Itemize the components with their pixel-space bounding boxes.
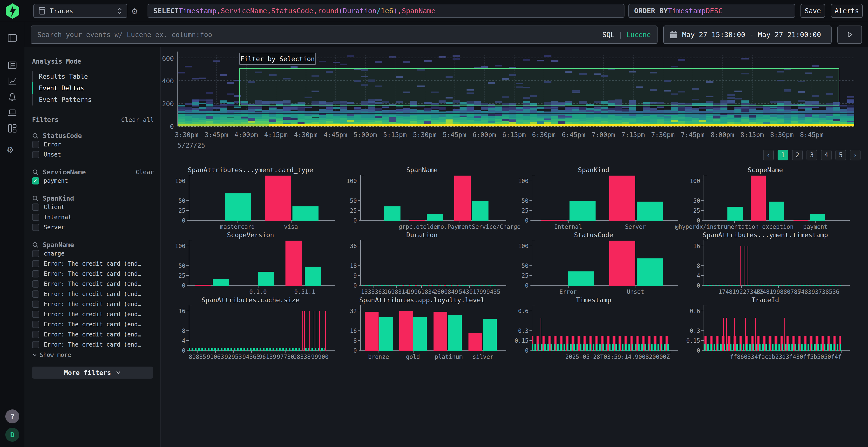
- y-tick-label: 0: [158, 123, 174, 130]
- heatmap-cell: [516, 109, 523, 111]
- sessions-laptop-icon[interactable]: [7, 108, 18, 118]
- heatmap-cell: [192, 120, 199, 122]
- y-tick-mark: [529, 331, 532, 331]
- clear-all-filters-link[interactable]: Clear all: [121, 116, 154, 123]
- app-logo-icon[interactable]: [5, 3, 20, 19]
- checkbox-checked[interactable]: [32, 177, 39, 184]
- query-token: (: [339, 7, 343, 15]
- filter-option[interactable]: Unset: [32, 149, 154, 160]
- pagination-page-4[interactable]: 4: [821, 150, 832, 161]
- heatmap-cell: [227, 120, 235, 122]
- run-query-button[interactable]: [837, 26, 862, 44]
- filter-option[interactable]: Error: The credit card (end…: [32, 330, 154, 340]
- source-select[interactable]: Traces: [33, 4, 127, 18]
- query-settings-gear-icon[interactable]: ⚙: [132, 6, 137, 16]
- filter-option[interactable]: Error: The credit card (end…: [32, 340, 154, 350]
- show-more-link[interactable]: Show more: [32, 352, 154, 358]
- pagination-page-3[interactable]: 3: [807, 150, 817, 161]
- left-icon-rail: ⚙ ? D: [0, 22, 24, 447]
- analysis-mode-item-results-table[interactable]: Results Table: [32, 71, 154, 82]
- heatmap-cell: [460, 115, 467, 117]
- heatmap-cell: [826, 122, 833, 125]
- filter-option[interactable]: payment: [32, 176, 154, 186]
- filter-option[interactable]: Internal: [32, 212, 154, 222]
- source-select-label: Traces: [50, 7, 73, 15]
- heatmap-cell: [424, 122, 432, 124]
- checkbox[interactable]: [32, 260, 39, 267]
- more-filters-button[interactable]: More filters: [32, 367, 153, 379]
- heatmap-cell: [389, 117, 396, 119]
- help-button[interactable]: ?: [5, 409, 19, 423]
- checkbox[interactable]: [32, 331, 39, 338]
- heatmap-cell: [678, 114, 685, 116]
- filter-option[interactable]: Error: The credit card (end…: [32, 289, 154, 299]
- filter-by-selection-button[interactable]: Filter by Selection: [239, 53, 316, 65]
- filter-option[interactable]: Client: [32, 202, 154, 212]
- pagination-next-button[interactable]: ›: [850, 150, 861, 161]
- filter-option[interactable]: Error: The credit card (end…: [32, 269, 154, 279]
- heatmap-cell: [248, 124, 255, 127]
- checkbox[interactable]: [32, 290, 39, 298]
- filter-option[interactable]: Error: The credit card (end…: [32, 279, 154, 289]
- heatmap-cell: [213, 114, 220, 116]
- filter-option[interactable]: Error: The credit card (end…: [32, 259, 154, 269]
- red-spike: [749, 246, 749, 286]
- filter-group-clear-link[interactable]: Clear: [136, 169, 154, 176]
- alerts-bell-icon[interactable]: [7, 92, 18, 102]
- dashboards-icon[interactable]: [7, 123, 18, 133]
- heatmap-cell: [305, 123, 312, 124]
- search-input[interactable]: [31, 31, 602, 39]
- save-button[interactable]: Save: [801, 4, 825, 18]
- heatmap-cell: [495, 65, 502, 66]
- analysis-mode-item-event-deltas[interactable]: Event Deltas: [32, 82, 154, 94]
- pagination-page-2[interactable]: 2: [792, 150, 803, 161]
- heatmap-cell: [791, 124, 798, 127]
- heatmap-cell: [403, 110, 410, 113]
- filter-option[interactable]: Error: The credit card (end…: [32, 309, 154, 319]
- checkbox[interactable]: [32, 341, 39, 348]
- filter-option[interactable]: charge: [32, 248, 154, 259]
- time-selection-brush[interactable]: [239, 68, 839, 106]
- checkbox[interactable]: [32, 204, 39, 211]
- checkbox[interactable]: [32, 151, 39, 158]
- select-query-editor[interactable]: SELECT Timestamp,ServiceName,StatusCode,…: [148, 4, 624, 18]
- y-tick-mark: [701, 181, 704, 181]
- heatmap-cell: [445, 114, 453, 116]
- filter-option[interactable]: Server: [32, 222, 154, 232]
- checkbox[interactable]: [32, 321, 39, 328]
- user-avatar[interactable]: D: [5, 428, 19, 442]
- checkbox[interactable]: [32, 224, 39, 231]
- heatmap-cell: [678, 124, 685, 127]
- alerts-button[interactable]: Alerts: [831, 4, 863, 18]
- events-heatmap-chart[interactable]: 0200400600: [178, 55, 854, 127]
- heatmap-cell: [833, 108, 840, 110]
- search-logs-icon[interactable]: [7, 60, 18, 70]
- sidebar-panel-icon[interactable]: [7, 33, 18, 43]
- date-range-picker[interactable]: May 27 15:30:00 - May 27 21:00:00: [663, 26, 832, 44]
- chart-explorer-icon[interactable]: [7, 76, 18, 86]
- filter-option[interactable]: Error: [32, 139, 154, 149]
- analysis-mode-item-event-patterns[interactable]: Event Patterns: [32, 94, 154, 105]
- checkbox[interactable]: [32, 250, 39, 257]
- pagination-page-1[interactable]: 1: [778, 150, 788, 161]
- checkbox[interactable]: [32, 141, 39, 148]
- checkbox[interactable]: [32, 270, 39, 277]
- checkbox[interactable]: [32, 301, 39, 308]
- bar-green: [384, 206, 401, 220]
- filter-option[interactable]: Error: The credit card (end…: [32, 299, 154, 309]
- x-tick-mark: [305, 286, 305, 288]
- heatmap-cell: [812, 110, 819, 113]
- checkbox[interactable]: [32, 311, 39, 318]
- settings-gear-icon[interactable]: ⚙: [7, 144, 18, 154]
- lucene-toggle[interactable]: Lucene: [626, 31, 651, 39]
- checkbox[interactable]: [32, 214, 39, 221]
- filter-option[interactable]: Error: The credit card (end…: [32, 319, 154, 330]
- orderby-query-editor[interactable]: ORDER BY Timestamp DESC: [628, 4, 795, 18]
- red-spike: [316, 311, 316, 351]
- pagination-page-5[interactable]: 5: [835, 150, 846, 161]
- pagination-prev-button[interactable]: ‹: [763, 150, 774, 161]
- sql-toggle[interactable]: SQL: [602, 31, 615, 39]
- heatmap-cell: [340, 124, 347, 127]
- heatmap-cell: [833, 122, 840, 124]
- checkbox[interactable]: [32, 280, 39, 287]
